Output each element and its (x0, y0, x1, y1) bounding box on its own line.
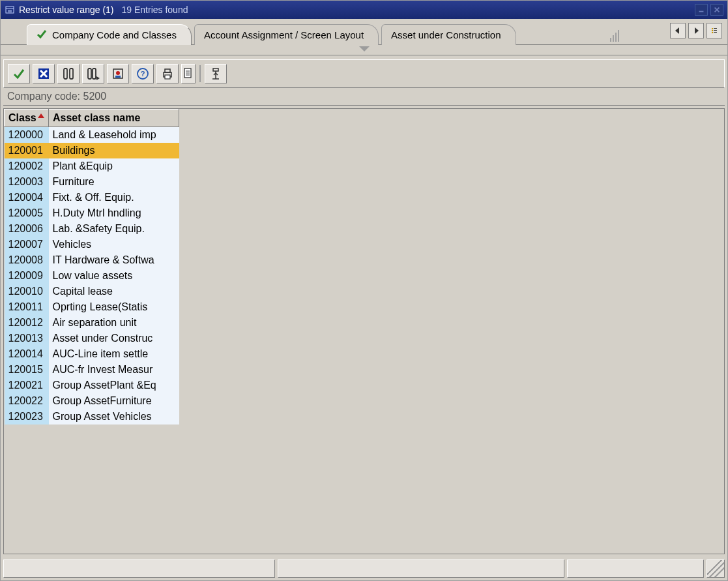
table-row[interactable]: 120015AUC-fr Invest Measur (5, 362, 179, 378)
name-cell[interactable]: Furniture (49, 174, 179, 190)
tab-label: Asset under Construction (391, 29, 501, 40)
tab-scroll-right-button[interactable] (688, 23, 704, 38)
class-cell[interactable]: 120005 (5, 205, 49, 221)
name-cell[interactable]: Plant &Equip (49, 158, 179, 174)
status-cell (3, 559, 275, 578)
name-cell[interactable]: AUC-Line item settle (49, 346, 179, 362)
tab-list-button[interactable] (706, 23, 722, 38)
result-table-area: Class Asset class name 120000Land & Leas… (3, 108, 725, 554)
table-row[interactable]: 120021Group AssetPlant &Eq (5, 378, 179, 393)
titlebar: Restrict value range (1) 19 Entries foun… (1, 1, 727, 19)
svg-marker-22 (96, 76, 100, 80)
table-row[interactable]: 120009Low value assets (5, 268, 179, 284)
column-header-label: Asset class name (53, 112, 140, 123)
find-next-button[interactable] (82, 64, 104, 83)
tab-label: Company Code and Classes (52, 29, 177, 40)
name-cell[interactable]: Group Asset Vehicles (49, 409, 179, 425)
name-cell[interactable]: Capital lease (49, 284, 179, 299)
help-button[interactable]: ? (132, 64, 154, 83)
class-cell[interactable]: 120008 (5, 252, 49, 268)
name-cell[interactable]: Low value assets (49, 268, 179, 284)
table-row[interactable]: 120002Plant &Equip (5, 158, 179, 174)
class-cell[interactable]: 120013 (5, 331, 49, 346)
cancel-button[interactable] (33, 64, 55, 83)
table-row[interactable]: 120012Air separation unit (5, 315, 179, 331)
table-row[interactable]: 120005H.Duty Mtrl hndling (5, 205, 179, 221)
tab-account-assignment[interactable]: Account Assignment / Screen Layout (194, 24, 379, 45)
find-button[interactable] (57, 64, 80, 83)
tab-label: Account Assignment / Screen Layout (204, 29, 364, 40)
name-cell[interactable]: Group AssetFurniture (49, 393, 179, 409)
class-cell[interactable]: 120001 (5, 143, 49, 158)
svg-rect-13 (712, 32, 713, 33)
status-cell (278, 559, 564, 578)
tab-asset-under-construction[interactable]: Asset under Construction (381, 24, 516, 45)
svg-point-24 (116, 71, 120, 75)
svg-rect-11 (712, 30, 713, 31)
class-cell[interactable]: 120012 (5, 315, 49, 331)
class-cell[interactable]: 120003 (5, 174, 49, 190)
table-row[interactable]: 120000Land & Leasehold imp (5, 127, 179, 143)
class-cell[interactable]: 120009 (5, 268, 49, 284)
window-icon (5, 5, 15, 15)
minimize-button[interactable] (695, 4, 708, 16)
class-cell[interactable]: 120010 (5, 284, 49, 299)
class-cell[interactable]: 120000 (5, 127, 49, 143)
expand-marker-icon[interactable] (359, 46, 370, 52)
export-button[interactable] (181, 64, 196, 83)
name-cell[interactable]: Air separation unit (49, 315, 179, 331)
resize-grip[interactable] (706, 559, 725, 578)
personal-values-button[interactable] (107, 64, 129, 83)
name-cell[interactable]: Land & Leasehold imp (49, 127, 179, 143)
class-cell[interactable]: 120011 (5, 299, 49, 315)
result-table[interactable]: Class Asset class name 120000Land & Leas… (4, 109, 179, 425)
class-cell[interactable]: 120002 (5, 158, 49, 174)
close-button[interactable] (710, 4, 723, 16)
print-button[interactable] (156, 64, 179, 83)
class-cell[interactable]: 120007 (5, 237, 49, 252)
table-row[interactable]: 120003Furniture (5, 174, 179, 190)
table-row[interactable]: 120022Group AssetFurniture (5, 393, 179, 409)
tab-scroll-left-button[interactable] (670, 23, 686, 38)
name-cell[interactable]: Buildings (49, 143, 179, 158)
class-cell[interactable]: 120021 (5, 378, 49, 393)
svg-rect-29 (165, 69, 170, 72)
svg-marker-8 (695, 27, 699, 34)
class-cell[interactable]: 120022 (5, 393, 49, 409)
svg-rect-19 (70, 68, 73, 79)
table-row[interactable]: 120008IT Hardware & Softwa (5, 252, 179, 268)
name-cell[interactable]: H.Duty Mtrl hndling (49, 205, 179, 221)
table-row[interactable]: 120014AUC-Line item settle (5, 346, 179, 362)
name-cell[interactable]: Fixt. & Off. Equip. (49, 190, 179, 205)
class-cell[interactable]: 120015 (5, 362, 49, 378)
class-cell[interactable]: 120014 (5, 346, 49, 362)
svg-rect-21 (93, 68, 96, 79)
table-row[interactable]: 120001Buildings (5, 143, 179, 158)
table-row[interactable]: 120006Lab. &Safety Equip. (5, 221, 179, 237)
class-cell[interactable]: 120004 (5, 190, 49, 205)
table-row[interactable]: 120004Fixt. & Off. Equip. (5, 190, 179, 205)
class-cell[interactable]: 120023 (5, 409, 49, 425)
accept-button[interactable] (8, 64, 30, 83)
svg-rect-10 (714, 28, 717, 29)
name-cell[interactable]: AUC-fr Invest Measur (49, 362, 179, 378)
table-row[interactable]: 120011Oprting Lease(Statis (5, 299, 179, 315)
dialog-window: Restrict value range (1) 19 Entries foun… (0, 0, 728, 581)
table-row[interactable]: 120013Asset under Construc (5, 331, 179, 346)
table-row[interactable]: 120023Group Asset Vehicles (5, 409, 179, 425)
name-cell[interactable]: IT Hardware & Softwa (49, 252, 179, 268)
column-header-label: Class (8, 112, 36, 123)
toolbar-divider (198, 64, 202, 83)
tab-company-code-classes[interactable]: Company Code and Classes (27, 24, 192, 45)
table-row[interactable]: 120007Vehicles (5, 237, 179, 252)
name-cell[interactable]: Lab. &Safety Equip. (49, 221, 179, 237)
technical-info-button[interactable] (205, 64, 227, 83)
table-row[interactable]: 120010Capital lease (5, 284, 179, 299)
name-cell[interactable]: Vehicles (49, 237, 179, 252)
column-header-class[interactable]: Class (5, 110, 49, 127)
name-cell[interactable]: Oprting Lease(Statis (49, 299, 179, 315)
class-cell[interactable]: 120006 (5, 221, 49, 237)
name-cell[interactable]: Group AssetPlant &Eq (49, 378, 179, 393)
column-header-name[interactable]: Asset class name (49, 110, 179, 127)
name-cell[interactable]: Asset under Construc (49, 331, 179, 346)
